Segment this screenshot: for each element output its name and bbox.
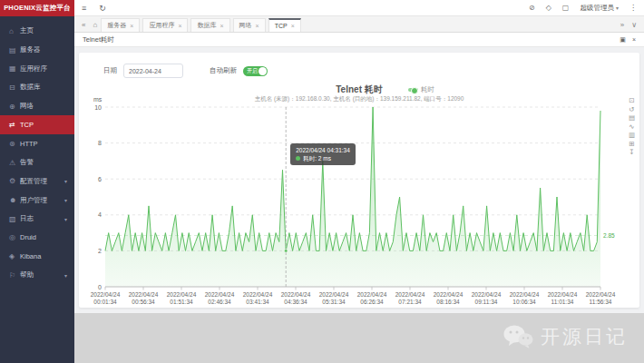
svg-text:2022/04/2402:46:34: 2022/04/2402:46:34 (205, 291, 235, 305)
restore-icon[interactable]: ↺ (629, 105, 635, 113)
home-tab-icon[interactable]: ⌂ (89, 21, 101, 32)
datazoom-icon[interactable]: ⊡ (629, 96, 635, 104)
sidebar-item-label: 用户管理 (20, 196, 47, 205)
close-tab-icon[interactable]: × (178, 23, 181, 29)
svg-text:2022/04/2403:41:34: 2022/04/2403:41:34 (243, 291, 273, 305)
svg-text:10: 10 (94, 104, 102, 111)
message-icon[interactable]: ◇ (546, 4, 551, 12)
fullscreen-icon[interactable]: ▢ (562, 4, 570, 12)
y-axis-unit: ms (93, 96, 102, 103)
sidebar-item-label: 日志 (20, 214, 34, 223)
tab-服务器[interactable]: 服务器× (101, 18, 140, 32)
tabs-scroll-right-icon[interactable]: » (617, 21, 628, 32)
sidebar-item-label: 数据库 (20, 83, 41, 92)
http-icon: ⊛ (9, 140, 20, 148)
lock-icon[interactable]: ⊘ (529, 4, 535, 12)
toggle-on-label: 开启 (247, 67, 258, 75)
watermark-text: 开源日记 (541, 324, 628, 349)
sidebar-item-日志[interactable]: ▧日志▾ (0, 210, 74, 229)
app-logo: PHOENIX云监控平台 (0, 0, 74, 16)
save-image-icon[interactable]: ↧ (629, 148, 635, 156)
collapse-sidebar-icon[interactable]: ≡ (82, 4, 86, 13)
sidebar-item-Kibana[interactable]: ◈Kibana (0, 247, 74, 266)
sidebar-item-TCP[interactable]: ⇄TCP (0, 115, 74, 134)
refresh-icon[interactable]: ↻ (99, 4, 106, 13)
network-icon: ⊕ (9, 103, 20, 111)
sidebar-item-Druid[interactable]: ◎Druid (0, 229, 74, 248)
tab-TCP[interactable]: TCP× (268, 18, 301, 32)
svg-text:2022/04/2408:16:34: 2022/04/2408:16:34 (434, 291, 463, 305)
sidebar-item-label: 告警 (20, 158, 34, 167)
sidebar-item-告警[interactable]: ⚠告警 (0, 153, 74, 172)
restore-panel-icon[interactable]: ▣ (620, 36, 626, 44)
sidebar-item-label: 服务器 (20, 45, 41, 54)
sidebar-item-label: 网络 (20, 102, 34, 111)
content-area: 日期 自动刷新 开启 Telnet 耗时 主机名 (来源)：192.168.0.… (74, 47, 644, 313)
legend-marker-icon (408, 88, 418, 92)
panel-title: Telnet耗时 (83, 35, 114, 44)
sidebar-item-帮助[interactable]: ⚐帮助▾ (0, 266, 74, 285)
app-window: PHOENIX云监控平台 ⌂主页▤服务器▦应用程序⊟数据库⊕网络⇄TCP⊛HTT… (0, 0, 644, 363)
sidebar-item-应用程序[interactable]: ▦应用程序 (0, 59, 74, 78)
svg-text:2022/04/2406:26:34: 2022/04/2406:26:34 (357, 291, 387, 305)
top-header: ≡ ↻ ⊘ ◇ ▢ 超级管理员 ▾ ⋮ (74, 0, 644, 16)
sidebar-item-label: TCP (20, 121, 34, 129)
tabs-container: 服务器×应用程序×数据库×网络×TCP× (101, 18, 303, 32)
close-panel-icon[interactable]: × (632, 36, 636, 44)
chevron-down-icon: ▾ (64, 272, 67, 279)
close-tab-icon[interactable]: × (291, 23, 295, 29)
svg-text:2022/04/2400:01:34: 2022/04/2400:01:34 (91, 291, 121, 305)
close-tab-icon[interactable]: × (256, 23, 259, 29)
line-chart-icon[interactable]: ∿ (629, 123, 635, 131)
svg-text:8: 8 (98, 140, 102, 146)
sidebar-item-label: 配置管理 (20, 177, 47, 186)
svg-text:2022/04/2401:51:34: 2022/04/2401:51:34 (167, 291, 197, 305)
svg-text:0: 0 (98, 284, 102, 290)
auto-refresh-toggle[interactable]: 开启 (243, 66, 268, 76)
legend-item-haoshi[interactable]: 耗时 (408, 85, 434, 94)
svg-text:2: 2 (98, 248, 102, 254)
dataview-icon[interactable]: ▤ (629, 113, 635, 122)
stack-icon[interactable]: ⊞ (629, 140, 635, 148)
sidebar-item-HTTP[interactable]: ⊛HTTP (0, 134, 74, 153)
telnet-chart: Telnet 耗时 主机名 (来源)：192.168.0.30, 主机名 (目的… (89, 83, 629, 309)
sidebar-item-数据库[interactable]: ⊟数据库 (0, 78, 74, 97)
tabs-right-controls: » ∨ (617, 21, 640, 32)
wechat-icon (503, 324, 533, 349)
user-dropdown[interactable]: 超级管理员 ▾ (580, 4, 619, 13)
svg-text:2022/04/2400:56:34: 2022/04/2400:56:34 (129, 291, 159, 305)
close-tab-icon[interactable]: × (220, 23, 223, 29)
date-input[interactable] (123, 64, 183, 78)
tab-网络[interactable]: 网络× (233, 18, 266, 32)
watermark: 开源日记 (503, 324, 628, 349)
svg-text:2.85: 2.85 (603, 232, 615, 239)
bar-chart-icon[interactable]: ▥ (629, 131, 635, 139)
sidebar-item-网络[interactable]: ⊕网络 (0, 97, 74, 116)
sidebar-item-服务器[interactable]: ▤服务器 (0, 41, 74, 60)
sidebar-item-配置管理[interactable]: ⚙配置管理▾ (0, 172, 74, 191)
database-icon: ⊟ (9, 83, 20, 92)
svg-text:2022/04/2411:56:34: 2022/04/2411:56:34 (586, 291, 616, 305)
druid-icon: ◎ (9, 233, 20, 241)
help-flag-icon: ⚐ (9, 271, 20, 280)
close-tab-icon[interactable]: × (130, 23, 133, 29)
tabs-scroll-left-icon[interactable]: « (78, 21, 89, 32)
tab-label: 应用程序 (149, 21, 174, 30)
tab-label: TCP (275, 23, 288, 29)
svg-text:2022/04/2405:31:34: 2022/04/2405:31:34 (319, 291, 349, 305)
chart-plot[interactable]: 02468102022/04/2400:01:342022/04/2400:56… (89, 103, 629, 309)
chevron-down-icon: ▾ (616, 5, 619, 11)
svg-text:2022/04/2409:11:34: 2022/04/2409:11:34 (472, 291, 502, 305)
tab-应用程序[interactable]: 应用程序× (142, 18, 188, 32)
home-icon: ⌂ (9, 27, 20, 35)
tab-数据库[interactable]: 数据库× (190, 18, 229, 32)
tcp-icon: ⇄ (9, 121, 20, 129)
tabs-menu-icon[interactable]: ∨ (628, 21, 640, 32)
more-icon[interactable]: ⋮ (629, 4, 637, 12)
sidebar-item-主页[interactable]: ⌂主页 (0, 22, 74, 41)
svg-text:2022/04/2404:36:34: 2022/04/2404:36:34 (281, 291, 311, 305)
chart-subtitle: 主机名 (来源)：192.168.0.30, 主机名 (目的地)：139.159… (89, 95, 629, 103)
sidebar-item-用户管理[interactable]: ☻用户管理▾ (0, 191, 74, 210)
header-right: ⊘ ◇ ▢ 超级管理员 ▾ ⋮ (529, 4, 637, 13)
config-gear-icon: ⚙ (9, 177, 20, 185)
